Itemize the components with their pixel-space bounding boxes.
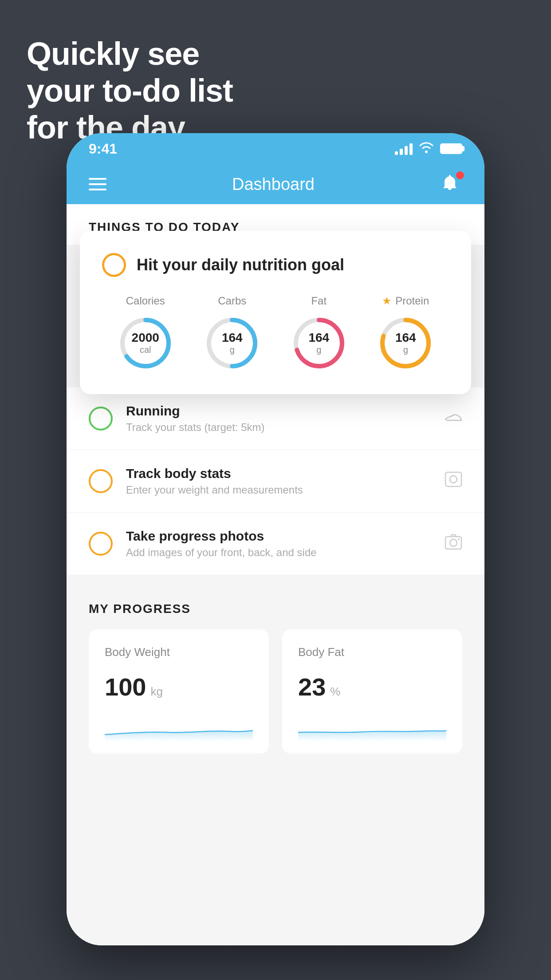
protein-star-icon: ★: [382, 295, 392, 307]
body-fat-card[interactable]: Body Fat 23 %: [282, 629, 462, 754]
nutrition-protein: ★ Protein 164 g: [377, 295, 434, 372]
body-weight-card[interactable]: Body Weight 100 kg: [89, 629, 269, 754]
signal-icon: [395, 142, 413, 155]
fat-unit: g: [308, 345, 329, 355]
todo-item-photos[interactable]: Take progress photos Add images of your …: [67, 513, 484, 575]
photo-icon: [445, 534, 462, 554]
todo-sub-running: Track your stats (target: 5km): [126, 421, 431, 434]
notification-bell-icon[interactable]: [440, 173, 462, 195]
body-weight-value: 100: [105, 672, 146, 701]
body-weight-chart: [105, 715, 253, 741]
todo-list: Running Track your stats (target: 5km) T…: [67, 387, 484, 575]
svg-point-9: [450, 476, 457, 483]
todo-title-running: Running: [126, 403, 431, 419]
calories-donut: 2000 cal: [117, 314, 174, 372]
nutrition-card: Hit your daily nutrition goal Calories 2…: [80, 231, 471, 394]
todo-text-photos: Take progress photos Add images of your …: [126, 529, 431, 559]
carbs-label: Carbs: [218, 295, 246, 307]
fat-value: 164: [308, 331, 329, 345]
card-header: Hit your daily nutrition goal: [102, 253, 449, 277]
status-time: 9:41: [89, 141, 117, 157]
todo-sub-body-stats: Enter your weight and measurements: [126, 484, 431, 496]
body-fat-label: Body Fat: [298, 645, 446, 659]
body-fat-chart: [298, 715, 446, 741]
svg-point-12: [458, 538, 460, 540]
nutrition-fat: Fat 164 g: [290, 295, 348, 372]
protein-donut: 164 g: [377, 314, 434, 372]
todo-item-body-stats[interactable]: Track body stats Enter your weight and m…: [67, 450, 484, 513]
svg-point-11: [450, 539, 457, 546]
nav-title: Dashboard: [232, 175, 315, 194]
progress-cards: Body Weight 100 kg: [89, 629, 462, 754]
nutrition-carbs: Carbs 164 g: [203, 295, 261, 372]
body-weight-unit: kg: [150, 685, 162, 699]
todo-circle-body-stats: [89, 469, 113, 493]
app-content: THINGS TO DO TODAY Hit your daily nutrit…: [67, 204, 484, 945]
protein-label: ★ Protein: [382, 295, 429, 307]
todo-circle-photos: [89, 532, 113, 556]
app-headline: Quickly see your to-do list for the day.: [27, 36, 233, 146]
status-bar: 9:41: [67, 133, 484, 164]
nutrition-row: Calories 2000 cal Carbs: [102, 295, 449, 372]
fat-label: Fat: [311, 295, 327, 307]
body-fat-value: 23: [298, 672, 326, 701]
notification-dot: [456, 171, 464, 179]
protein-unit: g: [395, 345, 416, 355]
fat-donut: 164 g: [290, 314, 348, 372]
todo-text-body-stats: Track body stats Enter your weight and m…: [126, 466, 431, 496]
nutrition-calories: Calories 2000 cal: [117, 295, 174, 372]
calories-unit: cal: [132, 345, 159, 355]
todo-title-photos: Take progress photos: [126, 529, 431, 544]
nutrition-card-title: Hit your daily nutrition goal: [137, 256, 344, 274]
todo-sub-photos: Add images of your front, back, and side: [126, 546, 431, 559]
running-shoe-icon: [445, 409, 462, 428]
my-progress-title: MY PROGRESS: [89, 602, 462, 616]
todo-text-running: Running Track your stats (target: 5km): [126, 403, 431, 434]
nav-bar: Dashboard: [67, 164, 484, 204]
todo-check-circle[interactable]: [102, 253, 126, 277]
body-weight-value-row: 100 kg: [105, 672, 253, 701]
my-progress-section: MY PROGRESS Body Weight 100 kg: [67, 602, 484, 754]
svg-rect-8: [445, 472, 461, 486]
battery-icon: [440, 143, 462, 154]
todo-title-body-stats: Track body stats: [126, 466, 431, 481]
body-fat-unit: %: [330, 685, 340, 699]
carbs-unit: g: [222, 345, 243, 355]
protein-value: 164: [395, 331, 416, 345]
wifi-icon: [419, 142, 434, 156]
body-weight-label: Body Weight: [105, 645, 253, 659]
status-icons: [395, 142, 462, 156]
hamburger-menu[interactable]: [89, 178, 106, 190]
scale-icon: [445, 471, 462, 491]
calories-value: 2000: [132, 331, 159, 345]
calories-label: Calories: [126, 295, 165, 307]
carbs-donut: 164 g: [203, 314, 261, 372]
body-fat-value-row: 23 %: [298, 672, 446, 701]
todo-item-running[interactable]: Running Track your stats (target: 5km): [67, 387, 484, 450]
carbs-value: 164: [222, 331, 243, 345]
phone-frame: 9:41 Dashboard: [67, 133, 484, 945]
todo-circle-running: [89, 407, 113, 431]
